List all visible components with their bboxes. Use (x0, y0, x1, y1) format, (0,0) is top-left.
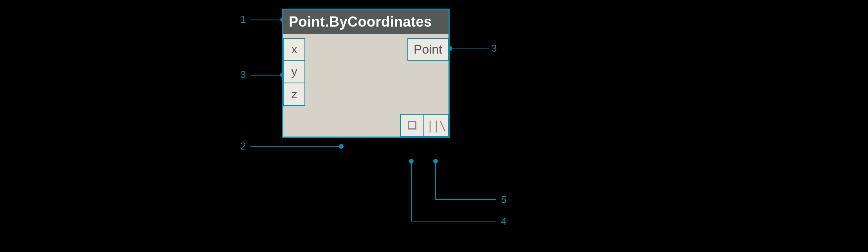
annotation-label-1: 1 (240, 13, 246, 25)
node-point-bycoordinates[interactable]: Point.ByCoordinates x y z Point ||\ (282, 9, 450, 138)
annotation-line-4-v (411, 160, 412, 221)
annotation-line-2 (250, 146, 340, 147)
annotation-line-4-h (411, 221, 496, 221)
lacing-icon: ||\ (427, 119, 445, 132)
node-footer: ||\ (400, 114, 448, 137)
input-port-z[interactable]: z (283, 83, 305, 106)
node-title: Point.ByCoordinates (283, 10, 448, 34)
input-ports: x y z (283, 38, 305, 106)
input-port-y[interactable]: y (283, 61, 305, 83)
annotation-label-3-left: 3 (240, 68, 246, 81)
lacing-button[interactable]: ||\ (424, 114, 448, 137)
annotation-line-3-left (250, 75, 282, 76)
annotation-line-5-h (435, 199, 496, 200)
output-port[interactable]: Point (407, 38, 448, 61)
annotation-label-5: 5 (501, 194, 506, 206)
annotation-line-3-right (450, 49, 489, 49)
annotation-line-1 (250, 20, 282, 20)
square-icon (408, 121, 416, 130)
annotation-label-2: 2 (240, 140, 246, 152)
preview-toggle-button[interactable] (400, 114, 424, 137)
input-port-x[interactable]: x (283, 38, 305, 61)
annotation-label-4: 4 (501, 215, 506, 227)
annotation-dot-2 (339, 144, 344, 149)
node-body: x y z Point ||\ (283, 34, 448, 137)
annotation-line-5-v (435, 160, 436, 200)
annotation-label-3-right: 3 (491, 42, 497, 54)
